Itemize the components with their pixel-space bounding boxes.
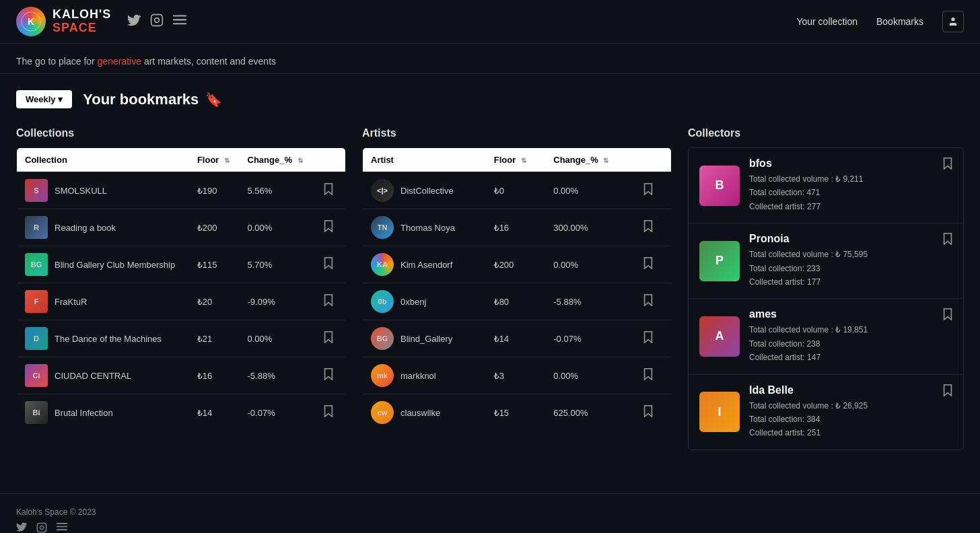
col-header-floor: Floor ⇅ [189,148,240,172]
bookmarks-title: Your bookmarks 🔖 [83,91,222,108]
menu-icon[interactable] [173,15,186,29]
artist-change: 0.00% [545,246,633,283]
collection-name: Reading a book [55,223,116,233]
artist-name-cell: cw clauswilke [363,394,486,431]
collection-bookmark-button[interactable] [321,293,336,310]
artist-floor: ₺0 [486,172,545,209]
artist-bookmark-cell [633,394,671,431]
artist-change: 625.00% [545,394,633,431]
footer-menu-icon[interactable] [57,522,67,533]
collection-name-cell: F FraKtuR [17,283,189,320]
collection-bookmark-cell [313,320,345,357]
collection-change: 5.56% [240,172,314,209]
svg-text:K: K [28,16,34,27]
collection-bookmark-button[interactable] [321,330,336,347]
collection-floor: ₺115 [189,246,240,283]
collector-stat3: Collected artist: 277 [749,200,934,213]
artist-floor: ₺14 [486,320,545,357]
collector-stat2: Total collection: 384 [749,413,934,426]
social-icons [127,13,186,30]
collector-bookmark-button[interactable] [943,233,952,248]
artist-bookmark-cell [633,320,671,357]
collection-name-cell: BG Blind Gallery Club Membership [17,246,189,283]
artist-bookmark-button[interactable] [641,293,656,310]
collection-floor: ₺16 [189,357,240,394]
table-row: <|> DistCollective ₺0 0.00% [363,172,672,209]
collectors-section: Collectors B bfos Total collected volume… [688,127,964,450]
artist-bookmark-cell [633,283,671,320]
collector-bookmark-button[interactable] [943,308,952,323]
collector-info: bfos Total collected volume : ₺ 9,211 To… [749,157,934,213]
artists-title: Artists [362,127,672,139]
collector-info: Ida Belle Total collected volume : ₺ 26,… [749,384,934,440]
bookmarks-title-text: Your bookmarks [83,91,199,108]
table-row: TN Thomas Noya ₺16 300.00% [363,209,672,246]
nav-bookmarks[interactable]: Bookmarks [876,16,923,27]
collection-bookmark-button[interactable] [321,256,336,273]
bookmarks-header: Weekly ▾ Your bookmarks 🔖 [16,90,964,108]
collection-avatar: Ci [25,364,48,387]
collectors-list: B bfos Total collected volume : ₺ 9,211 … [688,147,964,450]
user-icon-button[interactable] [942,11,964,32]
artist-bookmark-button[interactable] [641,256,656,273]
collector-card: A ames Total collected volume : ₺ 19,851… [689,299,963,374]
collection-change: 5.70% [240,246,314,283]
collection-change: 0.00% [240,209,314,246]
footer-instagram-icon[interactable] [36,522,47,533]
artists-section: Artists Artist Floor ⇅ Change_% ⇅ <|> Di… [362,127,672,431]
collection-name-cell: R Reading a book [17,209,189,246]
artist-change: -0.07% [545,320,633,357]
collection-avatar: S [25,179,48,202]
tagline-rest: art markets, content and events [141,56,276,67]
tagline-text: The go to place for [16,56,98,67]
artist-floor: ₺200 [486,246,545,283]
collection-avatar: D [25,327,48,350]
table-row: BG Blind_Gallery ₺14 -0.07% [363,320,672,357]
weekly-button[interactable]: Weekly ▾ [16,90,72,108]
collection-bookmark-button[interactable] [321,367,336,384]
collection-bookmark-button[interactable] [321,219,336,236]
collection-bookmark-button[interactable] [321,404,336,421]
collection-name: The Dance of the Machines [55,334,162,344]
artist-bookmark-button[interactable] [641,182,656,199]
collection-name-cell: Ci CIUDAD CENTRAL [17,357,189,394]
collection-name: FraKtuR [55,297,87,307]
collector-card: I Ida Belle Total collected volume : ₺ 2… [689,375,963,450]
artist-bookmark-button[interactable] [641,404,656,421]
collector-bookmark-button[interactable] [943,157,952,172]
artist-name: Blind_Gallery [400,334,452,344]
instagram-icon[interactable] [150,13,164,30]
nav-your-collection[interactable]: Your collection [796,16,858,27]
footer-copyright: Kaloh's Space © 2023 [16,507,964,517]
collector-bookmark-button[interactable] [943,384,952,399]
table-row: R Reading a book ₺200 0.00% [17,209,346,246]
collection-change: -0.07% [240,394,314,431]
artist-floor: ₺3 [486,357,545,394]
collection-bookmark-button[interactable] [321,182,336,199]
twitter-icon[interactable] [127,14,141,30]
collector-avatar: I [699,392,740,432]
artist-bookmark-button[interactable] [641,330,656,347]
artist-name-cell: TN Thomas Noya [363,209,486,246]
svg-rect-6 [173,23,186,24]
footer-icons [16,522,964,533]
artist-change: 0.00% [545,357,633,394]
artist-bookmark-button[interactable] [641,219,656,236]
collection-name: Blind Gallery Club Membership [55,260,175,270]
collector-stat1: Total collected volume : ₺ 75,595 [749,248,934,261]
collection-name: SMOLSKULL [55,186,107,196]
collectors-title: Collectors [688,127,964,139]
col-header-change-a: Change_% ⇅ [545,148,633,172]
table-row: BG Blind Gallery Club Membership ₺115 5.… [17,246,346,283]
footer-twitter-icon[interactable] [16,522,27,533]
artist-avatar: 0b [371,290,394,313]
table-row: F FraKtuR ₺20 -9.09% [17,283,346,320]
bookmark-title-icon: 🔖 [205,92,222,108]
artist-avatar: mk [371,364,394,387]
collector-stat1: Total collected volume : ₺ 26,925 [749,399,934,413]
collection-bookmark-cell [313,172,345,209]
collection-floor: ₺20 [189,283,240,320]
artist-avatar: BG [371,327,394,350]
col-header-floor-a: Floor ⇅ [486,148,545,172]
artist-bookmark-button[interactable] [641,367,656,384]
